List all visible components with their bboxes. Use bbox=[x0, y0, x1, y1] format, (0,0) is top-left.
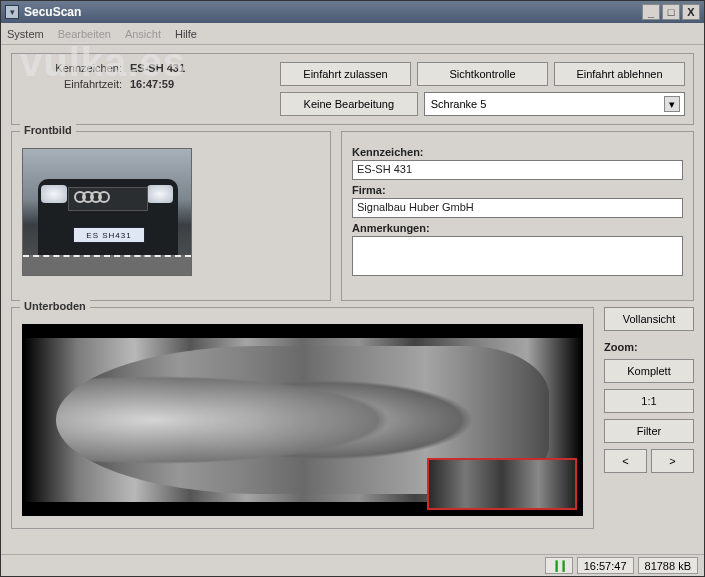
kennzeichen-value: ES-SH 431 bbox=[130, 62, 185, 74]
frontbild-title: Frontbild bbox=[20, 124, 76, 136]
filter-button[interactable]: Filter bbox=[604, 419, 694, 443]
close-button[interactable]: X bbox=[682, 4, 700, 20]
sichtkontrolle-button[interactable]: Sichtkontrolle bbox=[417, 62, 548, 86]
zoom-komplett-button[interactable]: Komplett bbox=[604, 359, 694, 383]
detail-kennzeichen-label: Kennzeichen: bbox=[352, 146, 683, 158]
kennzeichen-label: Kennzeichen: bbox=[20, 62, 130, 74]
status-bar: ❙❙ 16:57:47 81788 kB bbox=[1, 554, 704, 576]
chevron-down-icon: ▾ bbox=[664, 96, 680, 112]
zoom-1to1-button[interactable]: 1:1 bbox=[604, 389, 694, 413]
headlight-right bbox=[147, 185, 173, 203]
window-title: SecuScan bbox=[24, 5, 640, 19]
action-buttons: Einfahrt zulassen Sichtkontrolle Einfahr… bbox=[280, 62, 685, 116]
scan-minimap[interactable] bbox=[427, 458, 577, 510]
unterboden-group: Unterboden bbox=[11, 307, 594, 529]
audi-rings-icon bbox=[78, 191, 110, 203]
detail-anmerkungen-field[interactable] bbox=[352, 236, 683, 276]
detail-anmerkungen-label: Anmerkungen: bbox=[352, 222, 683, 234]
einfahrtzeit-label: Einfahrtzeit: bbox=[20, 78, 130, 90]
status-memory: 81788 kB bbox=[638, 557, 698, 574]
detail-firma-field[interactable]: Signalbau Huber GmbH bbox=[352, 198, 683, 218]
menu-bearbeiten[interactable]: Bearbeiten bbox=[58, 28, 111, 40]
minimize-button[interactable]: _ bbox=[642, 4, 660, 20]
menu-hilfe[interactable]: Hilfe bbox=[175, 28, 197, 40]
schranke-select[interactable]: Schranke 5 ▾ bbox=[424, 92, 685, 116]
keine-bearbeitung-button[interactable]: Keine Bearbeitung bbox=[280, 92, 418, 116]
menubar: System Bearbeiten Ansicht Hilfe bbox=[1, 23, 704, 45]
pause-icon[interactable]: ❙❙ bbox=[545, 557, 573, 574]
detail-firma-label: Firma: bbox=[352, 184, 683, 196]
unterboden-title: Unterboden bbox=[20, 300, 90, 312]
headlight-left bbox=[41, 185, 67, 203]
main-content: Kennzeichen: ES-SH 431 Einfahrtzeit: 16:… bbox=[1, 45, 704, 554]
front-image[interactable]: ES SH431 bbox=[22, 148, 192, 276]
app-icon: ▾ bbox=[5, 5, 19, 19]
einfahrt-zulassen-button[interactable]: Einfahrt zulassen bbox=[280, 62, 411, 86]
einfahrtzeit-value: 16:47:59 bbox=[130, 78, 174, 90]
zoom-label: Zoom: bbox=[604, 341, 694, 353]
menu-system[interactable]: System bbox=[7, 28, 44, 40]
frontbild-group: Frontbild ES SH431 bbox=[11, 131, 331, 301]
next-button[interactable]: > bbox=[651, 449, 694, 473]
details-group: Kennzeichen: ES-SH 431 Firma: Signalbau … bbox=[341, 131, 694, 301]
status-time: 16:57:47 bbox=[577, 557, 634, 574]
schranke-selected-value: Schranke 5 bbox=[431, 98, 487, 110]
road-marking bbox=[23, 255, 191, 275]
menu-ansicht[interactable]: Ansicht bbox=[125, 28, 161, 40]
scan-controls: Vollansicht Zoom: Komplett 1:1 Filter < … bbox=[604, 307, 694, 529]
detail-kennzeichen-field[interactable]: ES-SH 431 bbox=[352, 160, 683, 180]
entry-info: Kennzeichen: ES-SH 431 Einfahrtzeit: 16:… bbox=[20, 62, 270, 116]
undercarriage-scan[interactable] bbox=[22, 324, 583, 516]
license-plate: ES SH431 bbox=[73, 227, 145, 243]
maximize-button[interactable]: □ bbox=[662, 4, 680, 20]
top-panel: Kennzeichen: ES-SH 431 Einfahrtzeit: 16:… bbox=[11, 53, 694, 125]
einfahrt-ablehnen-button[interactable]: Einfahrt ablehnen bbox=[554, 62, 685, 86]
vollansicht-button[interactable]: Vollansicht bbox=[604, 307, 694, 331]
window-titlebar[interactable]: ▾ SecuScan _ □ X bbox=[1, 1, 704, 23]
prev-button[interactable]: < bbox=[604, 449, 647, 473]
